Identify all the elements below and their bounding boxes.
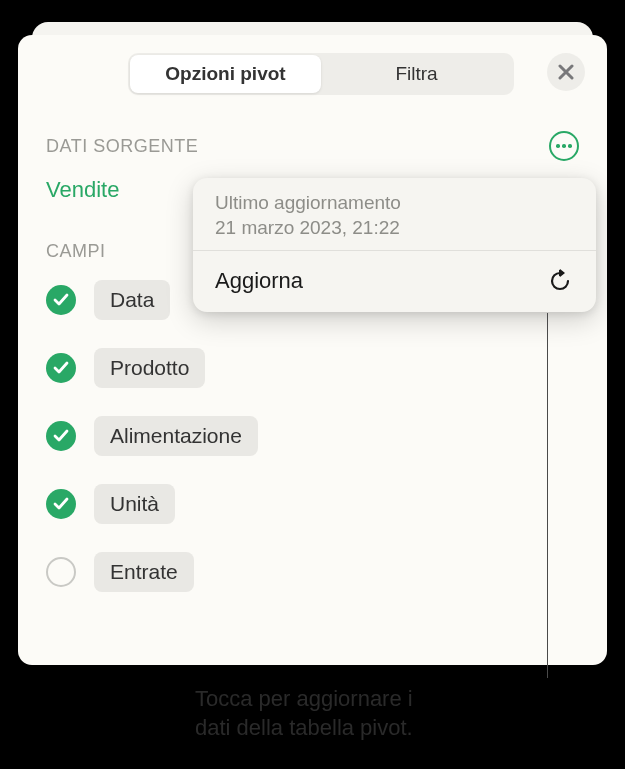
last-update-label: Ultimo aggiornamento [215, 191, 574, 216]
refresh-popover: Ultimo aggiornamento 21 marzo 2023, 21:2… [193, 178, 596, 312]
field-pill[interactable]: Prodotto [94, 348, 205, 388]
close-icon [558, 64, 574, 80]
tab-filter[interactable]: Filtra [321, 55, 512, 93]
checkmark-icon [53, 497, 69, 511]
checkmark-icon [53, 429, 69, 443]
field-checkbox[interactable] [46, 489, 76, 519]
panel-header: Opzioni pivot Filtra [18, 35, 607, 113]
popover-header: Ultimo aggiornamento 21 marzo 2023, 21:2… [193, 178, 596, 251]
field-checkbox[interactable] [46, 353, 76, 383]
more-icon [556, 144, 572, 148]
callout-line-2: dati della tabella pivot. [195, 714, 575, 743]
field-pill[interactable]: Unità [94, 484, 175, 524]
refresh-button[interactable]: Aggiorna [193, 251, 596, 312]
field-pill[interactable]: Entrate [94, 552, 194, 592]
field-checkbox[interactable] [46, 557, 76, 587]
field-checkbox[interactable] [46, 285, 76, 315]
field-checkbox[interactable] [46, 421, 76, 451]
more-options-button[interactable] [549, 131, 579, 161]
field-row: Alimentazione [46, 416, 585, 456]
field-row: Entrate [46, 552, 585, 592]
checkmark-icon [53, 293, 69, 307]
field-row: Unità [46, 484, 585, 524]
close-button[interactable] [547, 53, 585, 91]
source-data-header: DATI SORGENTE [46, 131, 585, 161]
refresh-label: Aggiorna [215, 268, 303, 294]
field-pill[interactable]: Alimentazione [94, 416, 258, 456]
pivot-options-panel: Opzioni pivot Filtra DATI SORGENTE Vendi… [18, 35, 607, 665]
refresh-icon [548, 269, 572, 293]
fields-list: Data Prodotto Alimentazione Unità [46, 280, 585, 592]
field-pill[interactable]: Data [94, 280, 170, 320]
source-data-label: DATI SORGENTE [46, 136, 198, 157]
field-row: Prodotto [46, 348, 585, 388]
last-update-time: 21 marzo 2023, 21:22 [215, 216, 574, 241]
segmented-control: Opzioni pivot Filtra [128, 53, 514, 95]
tab-pivot-options[interactable]: Opzioni pivot [130, 55, 321, 93]
checkmark-icon [53, 361, 69, 375]
callout-line-1: Tocca per aggiornare i [195, 685, 575, 714]
callout-line [547, 313, 548, 678]
callout-text: Tocca per aggiornare i dati della tabell… [195, 685, 575, 742]
